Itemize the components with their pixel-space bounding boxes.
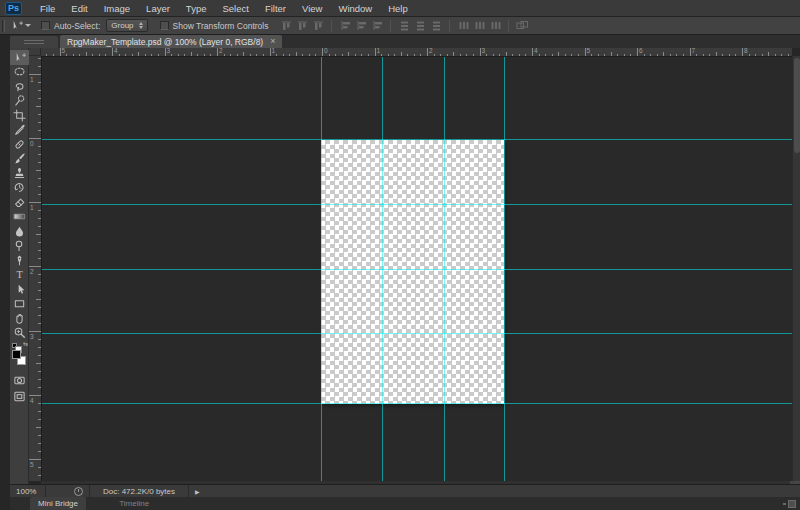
document-size-value: Doc: 472.2K/0 bytes bbox=[103, 487, 175, 496]
tool-gradient[interactable] bbox=[10, 210, 29, 225]
tool-zoom[interactable] bbox=[10, 326, 29, 341]
zoom-level-field[interactable]: 100% bbox=[10, 485, 46, 498]
ruler-number: 8 bbox=[744, 48, 748, 55]
tool-lasso[interactable] bbox=[10, 79, 29, 94]
show-transform-controls-checkbox[interactable] bbox=[160, 21, 169, 30]
ruler-tick bbox=[29, 202, 41, 203]
tool-rectangle[interactable] bbox=[10, 297, 29, 312]
menu-item-view[interactable]: View bbox=[294, 0, 330, 17]
menu-bar: Ps FileEditImageLayerTypeSelectFilterVie… bbox=[0, 0, 800, 17]
tool-elliptical-marquee[interactable] bbox=[10, 65, 29, 80]
guide-horizontal[interactable] bbox=[42, 139, 792, 140]
status-menu-arrow-icon[interactable]: ▶ bbox=[195, 488, 200, 495]
guide-horizontal[interactable] bbox=[42, 333, 792, 334]
vertical-ruler[interactable]: 1012345 bbox=[29, 56, 41, 481]
ruler-tick bbox=[322, 48, 323, 56]
quick-mask-mode-button[interactable] bbox=[10, 373, 29, 387]
swap-colors-icon[interactable]: ⇆ bbox=[23, 341, 28, 347]
ruler-tick bbox=[60, 48, 61, 56]
tool-blur[interactable] bbox=[10, 224, 29, 239]
options-separator bbox=[508, 20, 509, 32]
ruler-number: 3 bbox=[167, 48, 171, 55]
align-top-edges-icon[interactable] bbox=[280, 19, 293, 32]
vertical-scrollbar[interactable] bbox=[792, 56, 800, 481]
tool-pen[interactable] bbox=[10, 253, 29, 268]
ruler-number: 5 bbox=[62, 48, 66, 55]
align-bottom-edges-icon[interactable] bbox=[312, 19, 325, 32]
ruler-number: 4 bbox=[534, 48, 538, 55]
menu-item-filter[interactable]: Filter bbox=[257, 0, 294, 17]
menu-item-layer[interactable]: Layer bbox=[138, 0, 178, 17]
adobe-drive-icon[interactable] bbox=[74, 487, 83, 496]
ruler-corner[interactable] bbox=[29, 48, 41, 56]
tool-brush[interactable] bbox=[10, 152, 29, 167]
document-size-field[interactable]: Doc: 472.2K/0 bytes bbox=[89, 485, 189, 498]
screen-mode-button[interactable] bbox=[10, 389, 29, 403]
ruler-tick bbox=[29, 138, 41, 139]
align-right-edges-icon[interactable] bbox=[371, 19, 384, 32]
tool-eraser[interactable] bbox=[10, 195, 29, 210]
ruler-tick bbox=[480, 48, 481, 56]
tools-panel: T ⇆ bbox=[10, 48, 29, 497]
menu-item-file[interactable]: File bbox=[32, 0, 63, 17]
align-horizontal-centers-icon[interactable] bbox=[355, 19, 368, 32]
ruler-tick bbox=[29, 459, 41, 460]
align-vertical-centers-icon[interactable] bbox=[296, 19, 309, 32]
ruler-number: 1 bbox=[272, 48, 276, 55]
distribute-vertical-centers-icon[interactable] bbox=[414, 19, 427, 32]
canvas-viewport[interactable] bbox=[41, 56, 792, 481]
foreground-color-swatch[interactable] bbox=[12, 350, 21, 359]
document-tab-title: RpgMaker_Template.psd @ 100% (Layer 0, R… bbox=[67, 37, 263, 47]
tool-dodge[interactable] bbox=[10, 239, 29, 254]
tool-quick-selection[interactable] bbox=[10, 94, 29, 109]
auto-align-layers-icon[interactable] bbox=[516, 19, 529, 32]
panel-tab-mini-bridge[interactable]: Mini Bridge bbox=[30, 497, 86, 510]
tool-crop[interactable] bbox=[10, 108, 29, 123]
screen-mode-icon bbox=[13, 390, 26, 403]
distribute-bottom-edges-icon[interactable] bbox=[430, 19, 443, 32]
tool-type[interactable]: T bbox=[10, 268, 29, 283]
guide-horizontal[interactable] bbox=[42, 204, 792, 205]
tool-spot-healing-brush[interactable] bbox=[10, 137, 29, 152]
ruler-number: 1 bbox=[377, 48, 381, 55]
distribute-horizontal-centers-icon[interactable] bbox=[473, 19, 486, 32]
auto-select-checkbox[interactable] bbox=[41, 21, 50, 30]
menu-item-edit[interactable]: Edit bbox=[63, 0, 95, 17]
tool-clone-stamp[interactable] bbox=[10, 166, 29, 181]
ruler-number: 2 bbox=[30, 269, 34, 276]
tool-path-selection[interactable] bbox=[10, 282, 29, 297]
vertical-scrollbar-thumb[interactable] bbox=[794, 58, 800, 153]
tool-eyedropper[interactable] bbox=[10, 123, 29, 138]
ruler-tick bbox=[29, 74, 41, 75]
panel-tab-timeline[interactable]: Timeline bbox=[111, 497, 157, 510]
menu-item-help[interactable]: Help bbox=[380, 0, 416, 17]
auto-select-target-dropdown[interactable]: Group bbox=[106, 19, 147, 32]
menu-item-window[interactable]: Window bbox=[330, 0, 380, 17]
document-canvas-transparent[interactable] bbox=[321, 140, 504, 404]
menu-item-select[interactable]: Select bbox=[214, 0, 256, 17]
tool-preset-caret-icon[interactable] bbox=[25, 24, 31, 27]
menu-item-type[interactable]: Type bbox=[178, 0, 215, 17]
document-tab[interactable]: RpgMaker_Template.psd @ 100% (Layer 0, R… bbox=[60, 35, 282, 48]
guide-horizontal[interactable] bbox=[42, 269, 792, 270]
app-frame-edge bbox=[0, 35, 10, 510]
ruler-tick bbox=[29, 331, 41, 332]
distribute-top-edges-icon[interactable] bbox=[398, 19, 411, 32]
distribute-right-edges-icon[interactable] bbox=[489, 19, 502, 32]
distribute-left-edges-icon[interactable] bbox=[457, 19, 470, 32]
tools-panel-header[interactable] bbox=[10, 36, 58, 48]
panel-collapse-icon[interactable] bbox=[782, 500, 796, 508]
guide-horizontal[interactable] bbox=[42, 403, 792, 404]
menu-item-image[interactable]: Image bbox=[96, 0, 138, 17]
ruler-number: 0 bbox=[324, 48, 328, 55]
ruler-number: 2 bbox=[429, 48, 433, 55]
tool-move[interactable] bbox=[10, 50, 29, 65]
default-colors-icon[interactable] bbox=[12, 343, 17, 348]
align-left-edges-icon[interactable] bbox=[339, 19, 352, 32]
quick-mask-icon bbox=[13, 374, 26, 387]
tab-close-icon[interactable]: × bbox=[270, 37, 275, 46]
tool-hand[interactable] bbox=[10, 311, 29, 326]
tool-history-brush[interactable] bbox=[10, 181, 29, 196]
ruler-tick bbox=[375, 48, 376, 56]
horizontal-ruler[interactable]: 54321012345678 bbox=[41, 48, 792, 56]
